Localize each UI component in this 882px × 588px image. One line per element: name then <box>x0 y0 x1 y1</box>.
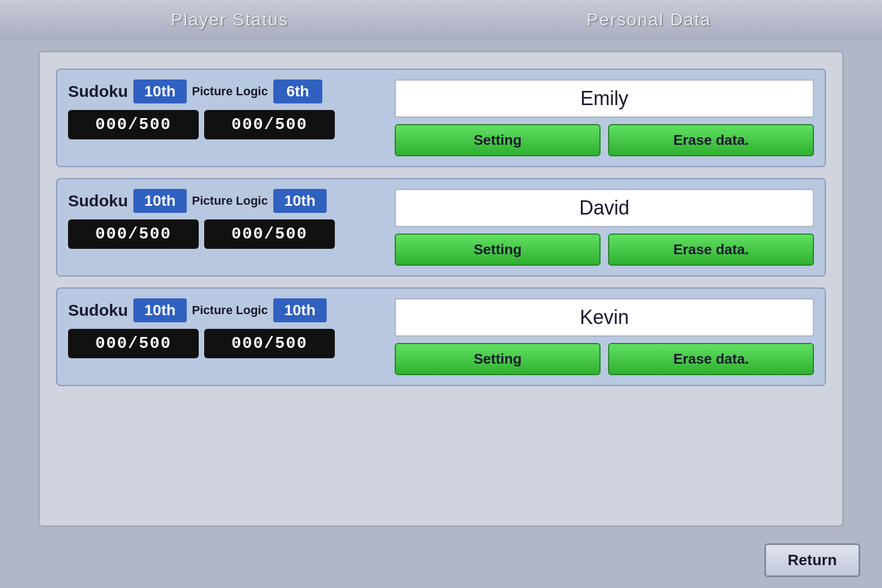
sudoku-label-2: Sudoku <box>68 301 128 320</box>
score-row-0: 000/500 000/500 <box>68 110 384 139</box>
setting-button-0[interactable]: Setting <box>395 124 601 156</box>
personal-data-title: Personal Data <box>586 10 711 30</box>
picture-logic-score-0: 000/500 <box>204 110 335 139</box>
setting-button-1[interactable]: Setting <box>395 234 601 266</box>
picture-logic-score-1: 000/500 <box>204 219 335 249</box>
left-panel-0: Sudoku 10th Picture Logic 6th 000/500 00… <box>68 79 384 156</box>
rank-row-2: Sudoku 10th Picture Logic 10th <box>68 298 384 322</box>
bottom-bar: Return <box>0 538 882 588</box>
return-button[interactable]: Return <box>764 543 860 577</box>
player-row-0: Sudoku 10th Picture Logic 6th 000/500 00… <box>56 69 826 167</box>
player-name-2: Kevin <box>395 298 814 336</box>
rank-row-1: Sudoku 10th Picture Logic 10th <box>68 189 384 213</box>
picture-logic-rank-0: 6th <box>273 79 322 103</box>
erase-button-0[interactable]: Erase data. <box>608 124 814 156</box>
sudoku-rank-1: 10th <box>133 189 187 213</box>
sudoku-score-0: 000/500 <box>68 110 199 139</box>
erase-button-2[interactable]: Erase data. <box>608 343 814 375</box>
main-panel: Sudoku 10th Picture Logic 6th 000/500 00… <box>38 51 844 527</box>
score-row-1: 000/500 000/500 <box>68 219 384 249</box>
picture-logic-label-1: Picture Logic <box>192 194 268 208</box>
action-row-0: Setting Erase data. <box>395 124 814 156</box>
player-status-title: Player Status <box>171 10 289 30</box>
picture-logic-rank-2: 10th <box>273 298 327 322</box>
sudoku-rank-0: 10th <box>133 79 187 103</box>
left-panel-2: Sudoku 10th Picture Logic 10th 000/500 0… <box>68 298 384 375</box>
setting-button-2[interactable]: Setting <box>395 343 601 375</box>
sudoku-score-1: 000/500 <box>68 219 199 249</box>
sudoku-rank-2: 10th <box>133 298 187 322</box>
score-row-2: 000/500 000/500 <box>68 329 384 358</box>
action-row-1: Setting Erase data. <box>395 234 814 266</box>
picture-logic-rank-1: 10th <box>273 189 327 213</box>
picture-logic-score-2: 000/500 <box>204 329 335 358</box>
sudoku-score-2: 000/500 <box>68 329 199 358</box>
player-name-0: Emily <box>395 79 814 118</box>
header: Player Status Personal Data <box>0 0 882 40</box>
player-row-2: Sudoku 10th Picture Logic 10th 000/500 0… <box>56 287 826 386</box>
left-panel-1: Sudoku 10th Picture Logic 10th 000/500 0… <box>68 189 384 266</box>
rank-row-0: Sudoku 10th Picture Logic 6th <box>68 79 384 103</box>
picture-logic-label-0: Picture Logic <box>192 84 268 99</box>
right-panel-2: Kevin Setting Erase data. <box>395 298 814 375</box>
player-name-1: David <box>395 189 814 227</box>
right-panel-0: Emily Setting Erase data. <box>395 79 814 156</box>
erase-button-1[interactable]: Erase data. <box>608 234 814 266</box>
right-panel-1: David Setting Erase data. <box>395 189 814 266</box>
player-row-1: Sudoku 10th Picture Logic 10th 000/500 0… <box>56 178 826 277</box>
sudoku-label-0: Sudoku <box>68 82 128 101</box>
action-row-2: Setting Erase data. <box>395 343 814 375</box>
sudoku-label-1: Sudoku <box>68 192 128 210</box>
picture-logic-label-2: Picture Logic <box>192 303 268 317</box>
